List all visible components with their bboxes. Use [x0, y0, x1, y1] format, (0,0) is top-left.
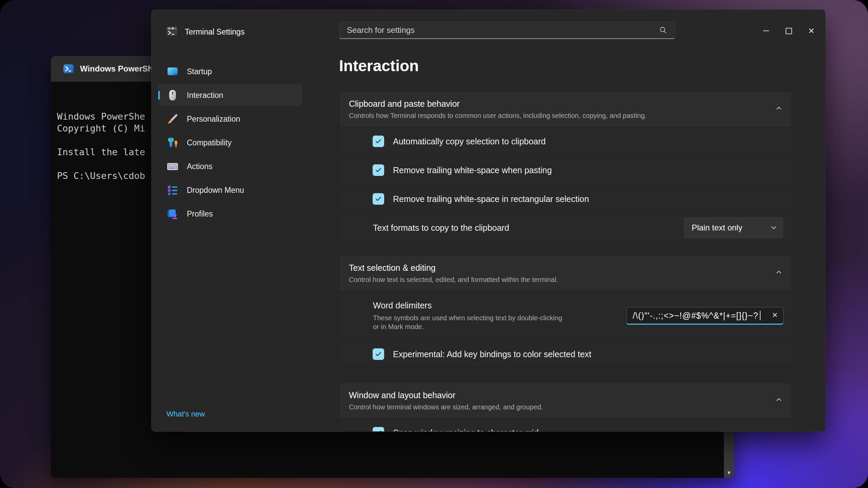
desktop-wallpaper: Windows PowerShell Windows PowerShe Copy… — [0, 0, 868, 488]
check-icon — [375, 351, 381, 357]
checkbox-checked[interactable] — [373, 348, 384, 360]
settings-sidebar: Startup Interaction Personalization — [158, 61, 302, 227]
maximize-icon — [786, 28, 792, 34]
terminal-line: Install the late — [57, 146, 145, 158]
setting-label: Experimental: Add key bindings to color … — [393, 349, 591, 359]
monitor-icon — [166, 65, 179, 78]
setting-row-word-delimiters: Word delimiters These symbols are used w… — [339, 291, 792, 341]
section-window-layout: Window and layout behavior Control how t… — [339, 383, 792, 432]
checkbox-checked[interactable] — [373, 193, 384, 205]
sidebar-item-label: Compatibility — [187, 138, 232, 147]
sidebar-item-interaction[interactable]: Interaction — [158, 84, 302, 106]
page-title: Interaction — [339, 57, 419, 75]
section-header[interactable]: Clipboard and paste behavior Controls ho… — [339, 92, 792, 127]
section-header[interactable]: Text selection & editing Control how tex… — [339, 256, 792, 291]
section-description: Controls how Terminal responds to common… — [349, 112, 647, 120]
checkbox-checked[interactable] — [373, 164, 384, 176]
clear-input-icon[interactable]: ✕ — [772, 311, 778, 319]
sidebar-item-startup[interactable]: Startup — [158, 61, 302, 82]
section-title: Window and layout behavior — [349, 390, 455, 400]
setting-row-auto-copy: Automatically copy selection to clipboar… — [339, 127, 792, 156]
sidebar-item-label: Interaction — [187, 91, 223, 100]
setting-row-snap-resize: Snap window resizing to character grid — [339, 418, 792, 432]
close-icon: ✕ — [808, 27, 814, 35]
terminal-settings-window: Terminal Settings ✕ — [151, 9, 826, 432]
word-delimiters-input[interactable]: /\()"'-.,:;<>~!@#$%^&*|+=[]{}~? ✕ — [626, 307, 784, 325]
powershell-icon — [63, 63, 74, 74]
sidebar-item-personalization[interactable]: Personalization — [158, 108, 302, 130]
sidebar-item-compatibility[interactable]: Compatibility — [158, 132, 302, 154]
keyboard-icon — [166, 160, 179, 172]
chevron-up-icon[interactable] — [776, 270, 782, 274]
whats-new-link[interactable]: What's new — [166, 410, 205, 419]
mouse-icon — [166, 89, 179, 101]
scroll-down-icon[interactable]: ▼ — [724, 470, 734, 475]
setting-label: Automatically copy selection to clipboar… — [393, 137, 546, 146]
setting-row-trim-paste: Remove trailing white-space when pasting — [339, 156, 792, 184]
minimize-button[interactable] — [756, 23, 776, 39]
chevron-up-icon[interactable] — [776, 106, 782, 110]
window-controls: ✕ — [756, 23, 821, 39]
section-title: Clipboard and paste behavior — [349, 99, 460, 109]
sidebar-item-label: Personalization — [187, 115, 240, 124]
window-title: Terminal Settings — [185, 27, 244, 37]
setting-row-experimental-color: Experimental: Add key bindings to color … — [339, 341, 792, 367]
text-cursor — [760, 311, 761, 320]
sidebar-item-label: Actions — [187, 162, 212, 171]
setting-description: These symbols are used when selecting te… — [373, 313, 563, 331]
paintbrush-icon — [166, 113, 179, 125]
setting-label: Remove trailing white-space when pasting — [393, 165, 552, 175]
tools-icon — [166, 137, 179, 149]
setting-row-trim-rectangular: Remove trailing white-space in rectangul… — [339, 184, 792, 213]
setting-label: Text formats to copy to the clipboard — [373, 223, 509, 233]
check-icon — [375, 139, 381, 144]
sidebar-item-label: Dropdown Menu — [187, 186, 244, 195]
checkbox-checked[interactable] — [373, 427, 384, 432]
terminal-settings-app-icon — [166, 25, 178, 37]
section-clipboard: Clipboard and paste behavior Controls ho… — [339, 91, 792, 242]
terminal-line: Copyright (C) Mi — [57, 122, 145, 134]
search-input[interactable] — [339, 25, 659, 35]
setting-label: Word delimiters — [373, 301, 563, 310]
minimize-icon — [763, 30, 769, 31]
sidebar-item-profiles[interactable]: Profiles — [158, 203, 302, 225]
section-text-selection: Text selection & editing Control how tex… — [339, 255, 792, 368]
checkbox-checked[interactable] — [373, 136, 384, 147]
setting-row-copy-formats: Text formats to copy to the clipboard Pl… — [339, 213, 792, 242]
setting-label: Remove trailing white-space in rectangul… — [393, 194, 589, 204]
section-title: Text selection & editing — [349, 263, 436, 273]
search-icon[interactable] — [659, 26, 667, 34]
check-icon — [375, 196, 381, 202]
section-header[interactable]: Window and layout behavior Control how t… — [339, 383, 792, 418]
chevron-down-icon — [771, 226, 776, 229]
section-description: Control how terminal windows are sized, … — [349, 403, 543, 411]
terminal-line: Windows PowerShe — [57, 110, 145, 122]
chevron-up-icon[interactable] — [776, 398, 782, 401]
input-value: /\()"'-.,:;<>~!@#$%^&*|+=[]{}~? — [633, 311, 758, 321]
setting-label: Snap window resizing to character grid — [393, 428, 538, 432]
settings-search-box[interactable] — [339, 22, 675, 39]
sidebar-item-actions[interactable]: Actions — [158, 156, 302, 177]
check-icon — [375, 430, 381, 432]
terminal-tab-title: Windows PowerShell — [80, 64, 162, 74]
close-button[interactable]: ✕ — [802, 23, 821, 39]
terminal-tab[interactable]: Windows PowerShell — [56, 56, 162, 82]
text-formats-dropdown[interactable]: Plain text only — [684, 218, 783, 238]
sidebar-item-label: Profiles — [187, 209, 213, 219]
section-description: Control how text is selected, edited, an… — [349, 276, 558, 284]
sidebar-item-label: Startup — [187, 67, 212, 76]
sidebar-item-dropdown-menu[interactable]: Dropdown Menu — [158, 179, 302, 201]
list-icon — [166, 184, 179, 196]
dropdown-value: Plain text only — [692, 223, 771, 232]
check-icon — [375, 167, 381, 173]
maximize-button[interactable] — [779, 23, 798, 39]
profiles-icon — [166, 208, 179, 220]
terminal-line: PS C:\Users\cdob — [57, 170, 145, 182]
